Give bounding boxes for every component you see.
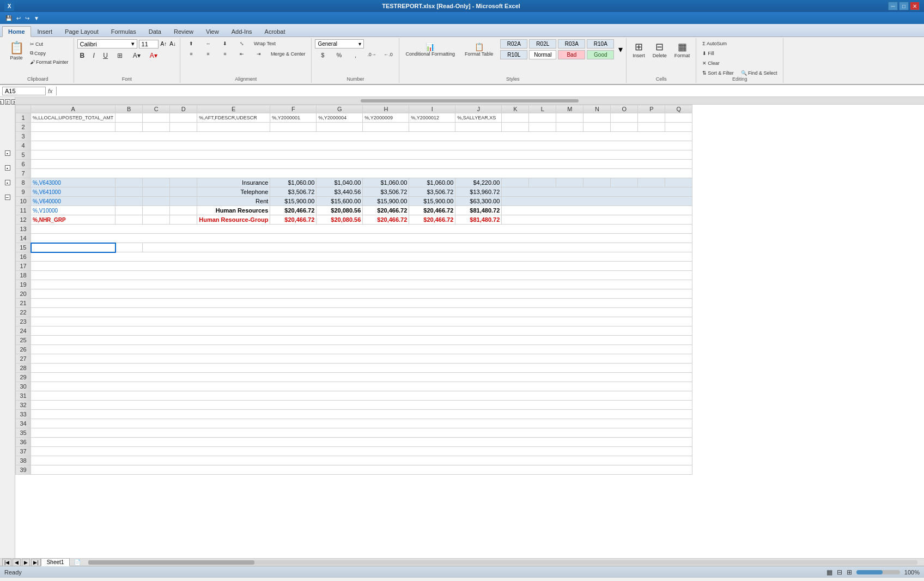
cell-i8[interactable]: $1,060.00 — [409, 178, 455, 187]
cell-e2[interactable] — [197, 123, 270, 132]
cell-c2[interactable] — [143, 123, 170, 132]
cell-f9[interactable]: $3,506.72 — [270, 187, 317, 197]
redo-quick-button[interactable]: ↪ — [24, 15, 31, 22]
currency-button[interactable]: $ — [315, 50, 330, 60]
save-quick-button[interactable]: 💾 — [4, 15, 13, 22]
cell-p1[interactable] — [638, 113, 665, 123]
increase-decimal-button[interactable]: .0→ — [364, 50, 379, 60]
cell-a12[interactable]: %,NHR_GRP — [31, 215, 115, 225]
col-header-o[interactable]: O — [611, 105, 638, 113]
cell-g2[interactable] — [317, 123, 363, 132]
cell-a1[interactable]: %,LLOCAL,UPOSTED_TOTAL_AMT — [31, 113, 115, 123]
view-normal-button[interactable]: ▦ — [826, 568, 832, 576]
cell-a2[interactable] — [31, 123, 115, 132]
cell-m2[interactable] — [556, 123, 583, 132]
cell-o2[interactable] — [611, 123, 638, 132]
cut-button[interactable]: ✂ Cut — [28, 40, 70, 48]
outline-collapse-2[interactable]: • — [5, 165, 10, 171]
cell-c1[interactable] — [143, 113, 170, 123]
cell-l2[interactable] — [529, 123, 556, 132]
style-r02a[interactable]: R02A — [500, 39, 527, 49]
cell-e9[interactable]: Telephone — [197, 187, 270, 197]
cell-j8[interactable]: $4,220.00 — [455, 178, 502, 187]
minimize-button[interactable]: ─ — [888, 2, 898, 10]
cell-b15[interactable] — [115, 243, 143, 252]
font-grow-button[interactable]: A↑ — [160, 40, 168, 47]
cell-j2[interactable] — [455, 123, 502, 132]
cell-i2[interactable] — [409, 123, 455, 132]
outline-level-1[interactable]: 1 — [0, 99, 4, 105]
cell-p2[interactable] — [638, 123, 665, 132]
cell-h11[interactable]: $20,466.72 — [363, 206, 409, 215]
cell-n8[interactable] — [583, 178, 611, 187]
tab-formulas[interactable]: Formulas — [105, 26, 142, 37]
cell-d9[interactable] — [170, 187, 197, 197]
cell-k1[interactable] — [502, 113, 529, 123]
cell-a8[interactable]: %,V643000 — [31, 178, 115, 187]
style-r10l[interactable]: R10L — [500, 50, 527, 59]
cell-c10[interactable] — [143, 197, 170, 206]
cell-p8[interactable] — [638, 178, 665, 187]
cell-q8[interactable] — [665, 178, 692, 187]
cell-row4[interactable] — [31, 141, 692, 150]
border-button[interactable]: ⊞ — [112, 50, 127, 61]
font-shrink-button[interactable]: A↓ — [169, 40, 177, 47]
insert-cells-button[interactable]: ⊞ Insert — [630, 39, 648, 60]
format-painter-button[interactable]: 🖌 Format Painter — [28, 58, 70, 66]
cell-l8[interactable] — [529, 178, 556, 187]
cell-c12[interactable] — [143, 215, 170, 225]
cell-h9[interactable]: $3,506.72 — [363, 187, 409, 197]
bold-button[interactable]: B — [77, 50, 88, 61]
col-header-c[interactable]: C — [143, 105, 170, 113]
font-size-selector[interactable]: 11 — [139, 40, 159, 49]
cell-h10[interactable]: $15,900.00 — [363, 197, 409, 206]
cell-d2[interactable] — [170, 123, 197, 132]
cell-e8[interactable]: Insurance — [197, 178, 270, 187]
col-header-d[interactable]: D — [170, 105, 197, 113]
cell-b11[interactable] — [115, 206, 143, 215]
autosum-button[interactable]: Σ AutoSum — [700, 39, 730, 48]
cell-g8[interactable]: $1,040.00 — [317, 178, 363, 187]
cell-c8[interactable] — [143, 178, 170, 187]
cell-row6[interactable] — [31, 160, 692, 169]
cell-o1[interactable] — [611, 113, 638, 123]
undo-quick-button[interactable]: ↩ — [15, 15, 22, 22]
paste-button[interactable]: 📋 Paste — [5, 39, 27, 62]
cell-i1[interactable]: %,Y2000012 — [409, 113, 455, 123]
align-top-button[interactable]: ⬆ — [184, 39, 199, 48]
style-bad[interactable]: Bad — [558, 50, 585, 59]
new-sheet-button[interactable]: 📄 — [71, 558, 84, 566]
col-header-g[interactable]: G — [317, 105, 363, 113]
cell-j10[interactable]: $63,300.00 — [455, 197, 502, 206]
window-controls[interactable]: ─ □ ✕ — [888, 2, 920, 10]
cell-d10[interactable] — [170, 197, 197, 206]
fill-color-button[interactable]: A▾ — [129, 50, 144, 61]
col-header-h[interactable]: H — [363, 105, 409, 113]
tab-data[interactable]: Data — [143, 26, 167, 37]
outline-collapse-1[interactable]: • — [5, 150, 10, 156]
increase-indent-button[interactable]: ⇥ — [251, 50, 266, 58]
name-box[interactable]: A15 — [2, 87, 46, 95]
tab-last-button[interactable]: ▶| — [31, 559, 40, 566]
cell-e1[interactable]: %,AFT,FDESCR,UDESCR — [197, 113, 270, 123]
view-layout-button[interactable]: ⊟ — [837, 568, 842, 576]
cell-f12[interactable]: $20,466.72 — [270, 215, 317, 225]
cell-a15[interactable] — [31, 243, 115, 252]
cell-o8[interactable] — [611, 178, 638, 187]
style-r03a[interactable]: R03A — [558, 39, 585, 49]
cell-i12[interactable]: $20,466.72 — [409, 215, 455, 225]
cell-k8[interactable] — [502, 178, 529, 187]
styles-dropdown-arrow[interactable]: ▾ — [618, 44, 623, 55]
col-header-f[interactable]: F — [270, 105, 317, 113]
cell-row3[interactable] — [31, 132, 692, 141]
cell-j12[interactable]: $81,480.72 — [455, 215, 502, 225]
cell-e12[interactable]: Human Resource-Group — [197, 215, 270, 225]
outline-collapse-3[interactable]: • — [5, 180, 10, 185]
cell-k9[interactable] — [502, 187, 692, 197]
cell-e11[interactable]: Human Resources — [197, 206, 270, 215]
underline-button[interactable]: U — [100, 50, 111, 61]
cell-a11[interactable]: %,V10000 — [31, 206, 115, 215]
cell-h1[interactable]: %,Y2000009 — [363, 113, 409, 123]
col-header-k[interactable]: K — [502, 105, 529, 113]
align-center-button[interactable]: ≡ — [200, 50, 216, 58]
